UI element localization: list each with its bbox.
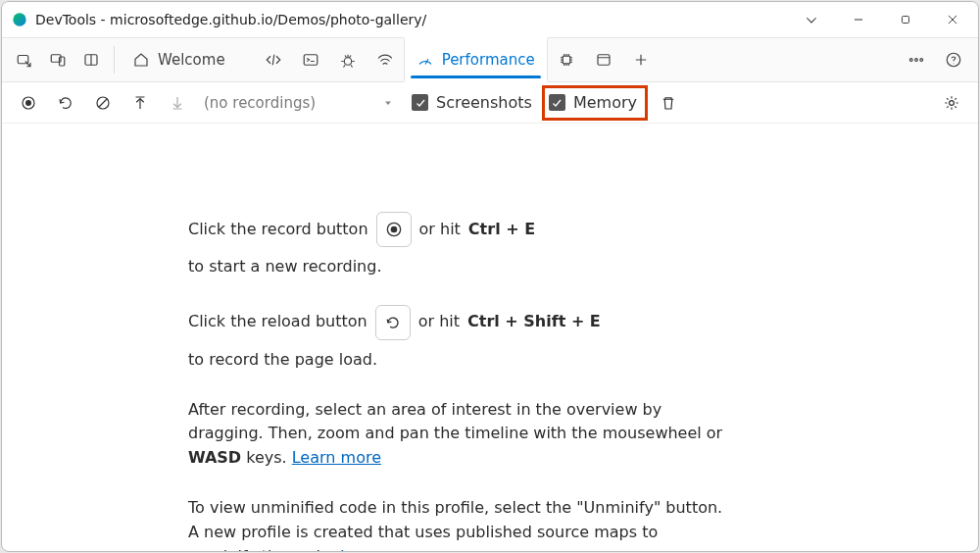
tab-memory-chip-icon[interactable] [548,37,585,82]
window-maximize-button[interactable] [882,2,929,37]
tab-welcome-label: Welcome [158,51,225,69]
svg-point-36 [390,226,397,233]
svg-point-26 [25,100,31,106]
reload-record-button[interactable] [49,86,82,120]
tab-sources-bug-icon[interactable] [329,37,367,82]
learn-more-link[interactable]: Learn more [292,448,381,467]
svg-marker-33 [385,101,391,105]
record-button[interactable] [12,86,45,120]
svg-line-28 [99,99,107,107]
performance-empty-state: Click the record button or hit Ctrl + E … [2,124,825,551]
text: to record the page load. [188,348,377,373]
svg-rect-16 [598,55,610,66]
devtools-window: DevTools - microsoftedge.github.io/Demos… [1,1,979,552]
load-profile-up-icon[interactable] [123,86,157,120]
svg-line-10 [272,55,274,66]
chevron-down-icon[interactable] [788,2,835,37]
text: or hit [418,310,460,334]
reload-hint-row: Click the reload button or hit Ctrl + Sh… [188,305,727,373]
unminify-hint-row: To view unminified code in this profile,… [188,496,727,551]
screenshots-checkbox[interactable]: Screenshots [406,91,538,114]
svg-rect-15 [563,56,570,64]
window-minimize-button[interactable] [835,2,882,37]
tab-console-icon[interactable] [292,37,329,82]
memory-label: Memory [573,93,637,112]
dock-side-icon[interactable] [74,37,108,82]
memory-checkbox[interactable]: Memory [542,85,648,121]
checkbox-checked-icon [412,94,428,111]
text: To view unminified code in this profile,… [188,498,722,551]
save-profile-down-icon[interactable] [161,86,194,120]
settings-gear-icon[interactable] [935,86,968,120]
divider [114,46,115,74]
window-title: DevTools - microsoftedge.github.io/Demos… [35,12,426,27]
tab-network-icon[interactable] [367,37,404,82]
svg-point-13 [344,58,352,66]
learn-more-link[interactable]: Learn more [340,547,429,551]
text: to start a new recording. [188,255,381,279]
titlebar: DevTools - microsoftedge.github.io/Demos… [2,2,978,37]
svg-rect-2 [903,17,909,24]
svg-point-34 [950,100,955,105]
recording-selector[interactable]: (no recordings) [204,94,394,112]
text: Click the reload button [188,310,368,334]
recording-selector-label: (no recordings) [204,94,380,112]
edge-app-icon [12,12,27,27]
device-toolbar-icon[interactable] [41,37,74,82]
shortcut-text: WASD [188,448,241,467]
svg-point-0 [13,13,25,25]
clear-button[interactable] [86,86,120,120]
record-hint-row: Click the record button or hit Ctrl + E … [188,212,727,279]
tab-application-icon[interactable] [585,37,622,82]
svg-point-24 [954,63,955,64]
tab-performance-label: Performance [442,51,535,69]
inline-reload-icon [375,305,411,340]
overview-hint-row: After recording, select an area of inter… [188,398,727,471]
more-options-icon[interactable] [898,37,935,82]
help-icon[interactable] [935,37,972,82]
add-tab-icon[interactable] [622,37,660,82]
performance-toolbar: (no recordings) Screenshots Memory [2,82,978,124]
screenshots-label: Screenshots [436,93,532,112]
inspect-element-icon[interactable] [8,37,41,82]
text: After recording, select an area of inter… [188,400,722,443]
inline-record-icon [376,212,412,247]
text: keys. [241,448,292,467]
tab-welcome[interactable]: Welcome [121,37,255,82]
tab-elements-icon[interactable] [255,37,292,82]
text: or hit [419,218,461,242]
shortcut-text: Ctrl + E [468,218,535,242]
svg-point-20 [909,59,912,62]
delete-icon[interactable] [652,86,685,120]
checkbox-checked-icon [549,94,565,111]
svg-rect-11 [304,55,318,66]
main-tabstrip: Welcome Performance [2,37,978,82]
svg-point-21 [915,59,918,62]
shortcut-text: Ctrl + Shift + E [467,310,601,334]
text: Click the record button [188,218,368,242]
window-close-button[interactable] [929,2,976,37]
svg-point-22 [920,59,923,62]
tab-performance[interactable]: Performance [404,37,548,82]
